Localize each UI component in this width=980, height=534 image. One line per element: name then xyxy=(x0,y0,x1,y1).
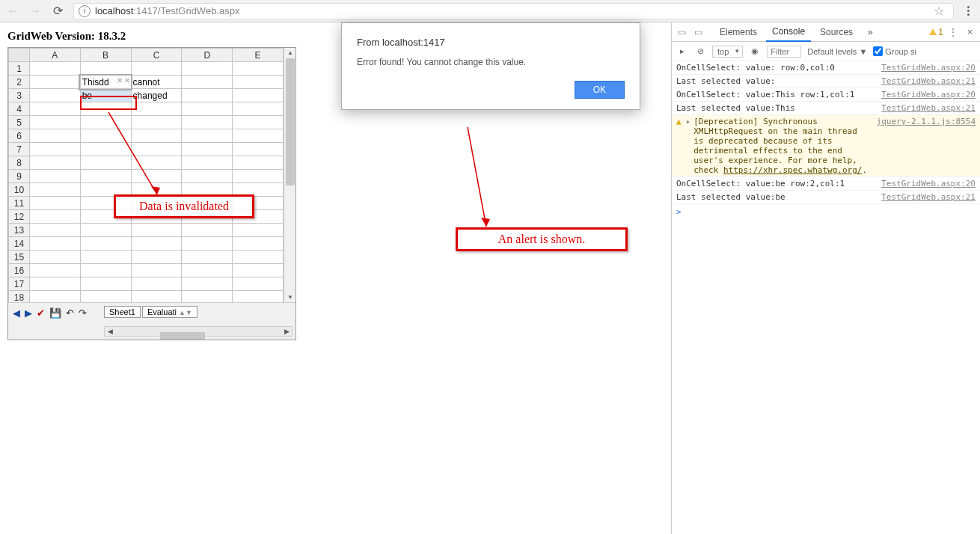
row-header[interactable]: 11 xyxy=(9,197,30,210)
col-header[interactable]: B xyxy=(80,49,131,62)
cell[interactable] xyxy=(182,116,233,129)
cell[interactable] xyxy=(29,76,80,89)
cell-selected[interactable]: be xyxy=(80,89,131,102)
cell[interactable] xyxy=(80,156,131,170)
cell[interactable] xyxy=(80,143,131,156)
cell[interactable] xyxy=(131,116,182,129)
sheet-tab[interactable]: Evaluati ▲▼ xyxy=(142,306,197,318)
nav-first-icon[interactable]: ◀ xyxy=(13,307,20,319)
context-selector[interactable]: top xyxy=(712,46,743,58)
devtools-tab-sources[interactable]: Sources xyxy=(814,23,859,41)
warning-badge[interactable]: 1 xyxy=(929,27,943,37)
cell[interactable]: cannot xyxy=(131,76,182,89)
row-header[interactable]: 18 xyxy=(9,291,30,303)
row-header[interactable]: 14 xyxy=(9,237,30,251)
row-header[interactable]: 12 xyxy=(9,210,30,224)
cell[interactable] xyxy=(80,129,131,143)
cell[interactable] xyxy=(233,76,284,89)
cell-editing[interactable]: Thisdd✕✕ xyxy=(80,76,131,89)
cell[interactable] xyxy=(80,102,131,116)
cell[interactable] xyxy=(131,143,182,156)
cell[interactable] xyxy=(80,237,131,251)
devtools-close-button[interactable]: × xyxy=(963,27,977,37)
cell[interactable] xyxy=(29,183,80,197)
dialog-ok-button[interactable]: OK xyxy=(575,81,625,99)
cell[interactable] xyxy=(233,251,284,264)
cell[interactable] xyxy=(29,224,80,237)
log-source-link[interactable]: TestGridWeb.aspx:21 xyxy=(875,103,976,113)
log-source-link[interactable]: TestGridWeb.aspx:20 xyxy=(875,90,976,99)
address-bar[interactable]: i localhost:1417/TestGridWeb.aspx ☆ xyxy=(73,3,954,19)
cell[interactable] xyxy=(29,129,80,143)
col-header[interactable]: C xyxy=(131,49,182,62)
grid-table[interactable]: A B C D E 1 2 Thisdd✕✕ cannot 3 be chan xyxy=(8,48,284,302)
cell[interactable] xyxy=(29,251,80,264)
cell[interactable] xyxy=(233,264,284,277)
scroll-down-icon[interactable]: ▼ xyxy=(287,294,293,301)
cell[interactable] xyxy=(131,277,182,291)
cell[interactable] xyxy=(233,89,284,102)
warning-help-link[interactable]: https://xhr.spec.whatwg.org/ xyxy=(723,165,862,175)
cell[interactable] xyxy=(182,102,233,116)
console-sidebar-icon[interactable]: ▸ xyxy=(676,46,688,56)
cell[interactable] xyxy=(233,237,284,251)
cell[interactable] xyxy=(233,62,284,76)
cell[interactable] xyxy=(182,291,233,303)
cell[interactable] xyxy=(29,277,80,291)
cell[interactable] xyxy=(182,170,233,183)
cell[interactable] xyxy=(131,62,182,76)
cell[interactable] xyxy=(233,291,284,303)
cell[interactable] xyxy=(29,116,80,129)
sheet-tab[interactable]: Sheet1 xyxy=(104,306,141,318)
row-header[interactable]: 5 xyxy=(9,116,30,129)
save-icon[interactable]: 💾 xyxy=(49,307,61,319)
horizontal-scrollbar[interactable]: ◀ ▶ xyxy=(104,326,293,337)
cell[interactable] xyxy=(29,62,80,76)
scroll-left-icon[interactable]: ◀ xyxy=(105,328,115,335)
cell[interactable] xyxy=(182,224,233,237)
clear-console-icon[interactable]: ⊘ xyxy=(694,46,706,56)
row-header[interactable]: 10 xyxy=(9,183,30,197)
cell[interactable] xyxy=(29,264,80,277)
cell[interactable] xyxy=(29,197,80,210)
expand-icon[interactable]: ▸ xyxy=(686,117,691,175)
row-header[interactable]: 2 xyxy=(9,76,30,89)
cell[interactable] xyxy=(182,264,233,277)
cell[interactable] xyxy=(131,264,182,277)
forward-button[interactable]: → xyxy=(28,4,42,18)
scrollbar-thumb[interactable] xyxy=(160,332,205,340)
cell[interactable] xyxy=(182,156,233,170)
devtools-tab-elements[interactable]: Elements xyxy=(714,23,763,41)
row-header[interactable]: 16 xyxy=(9,264,30,277)
clear-icon[interactable]: ✕ xyxy=(117,76,123,85)
cell[interactable] xyxy=(80,291,131,303)
cell[interactable] xyxy=(29,156,80,170)
row-header[interactable]: 17 xyxy=(9,277,30,291)
bookmark-star-icon[interactable]: ☆ xyxy=(934,4,949,18)
cell[interactable] xyxy=(233,170,284,183)
row-header[interactable]: 9 xyxy=(9,170,30,183)
cell[interactable] xyxy=(182,143,233,156)
cell[interactable] xyxy=(80,116,131,129)
cell[interactable] xyxy=(29,210,80,224)
cell[interactable] xyxy=(131,102,182,116)
cell[interactable] xyxy=(29,291,80,303)
grid-corner[interactable] xyxy=(9,49,30,62)
group-similar-checkbox[interactable]: Group si xyxy=(873,46,916,56)
cell[interactable] xyxy=(233,129,284,143)
cell[interactable] xyxy=(182,251,233,264)
row-header[interactable]: 8 xyxy=(9,156,30,170)
cell[interactable] xyxy=(131,291,182,303)
nav-next-icon[interactable]: ▶ xyxy=(25,307,32,319)
commit-icon[interactable]: ✔ xyxy=(37,307,45,319)
log-source-link[interactable]: TestGridWeb.aspx:20 xyxy=(875,63,976,73)
redo-icon[interactable]: ↷ xyxy=(79,307,87,319)
back-button[interactable]: ← xyxy=(6,4,19,18)
cell[interactable] xyxy=(182,237,233,251)
live-expression-icon[interactable]: ◉ xyxy=(749,46,761,56)
browser-menu-button[interactable] xyxy=(963,6,974,16)
log-source-link[interactable]: TestGridWeb.aspx:20 xyxy=(875,179,976,188)
undo-icon[interactable]: ↶ xyxy=(66,307,74,319)
cell[interactable] xyxy=(80,264,131,277)
cell[interactable] xyxy=(131,129,182,143)
